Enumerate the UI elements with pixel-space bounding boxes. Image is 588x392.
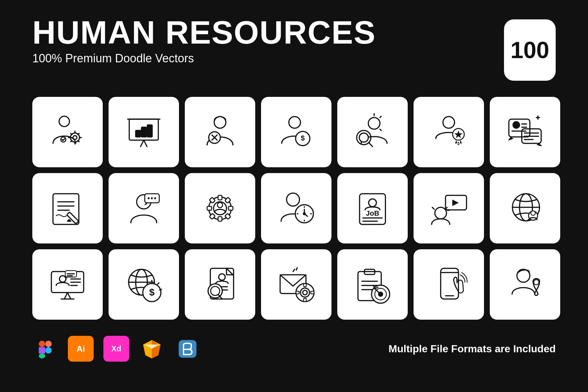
svg-point-48 <box>148 197 150 199</box>
icon-employee-rejected <box>185 97 255 167</box>
icon-email-settings <box>261 249 331 320</box>
adobe-ai-icon: Ai <box>68 336 94 362</box>
svg-rect-117 <box>304 284 306 287</box>
svg-point-61 <box>217 202 223 208</box>
svg-rect-45 <box>67 212 79 224</box>
svg-line-88 <box>64 293 68 299</box>
svg-point-70 <box>303 213 305 215</box>
header-text: HUMAN RESOURCES 100% Premium Doodle Vect… <box>32 16 376 65</box>
sketch-icon <box>139 336 165 362</box>
icon-employee-settings <box>32 97 103 167</box>
icon-global-employee <box>490 173 560 243</box>
svg-point-141 <box>45 347 52 354</box>
icon-profile-search <box>185 249 255 320</box>
svg-rect-139 <box>39 347 45 354</box>
svg-rect-140 <box>39 354 45 358</box>
icon-employee-salary: $ <box>261 97 331 167</box>
icon-employee-gear <box>185 173 255 243</box>
count-badge: 100 <box>504 19 556 81</box>
icon-top-employee: 1 <box>414 97 484 167</box>
svg-point-62 <box>287 193 299 206</box>
svg-point-91 <box>59 276 66 282</box>
icon-task-target <box>337 249 408 320</box>
svg-rect-30 <box>509 119 530 137</box>
svg-line-105 <box>160 289 162 290</box>
svg-point-25 <box>359 133 368 142</box>
svg-point-78 <box>435 207 446 219</box>
icon-mobile-touch <box>414 249 484 320</box>
svg-rect-137 <box>39 341 45 347</box>
svg-line-22 <box>380 129 381 130</box>
svg-point-49 <box>151 197 153 199</box>
svg-text:JoB: JoB <box>366 209 379 217</box>
icon-online-profile <box>32 249 103 320</box>
svg-rect-119 <box>296 291 299 294</box>
icons-row-3: $ <box>32 249 556 320</box>
svg-line-81 <box>432 207 434 209</box>
svg-line-7 <box>144 140 147 147</box>
icons-row-2: JoB <box>32 173 556 243</box>
icon-contract-sign <box>32 173 103 243</box>
icon-employee-talk <box>109 173 179 243</box>
svg-rect-54 <box>218 217 222 221</box>
svg-marker-77 <box>452 200 459 206</box>
svg-rect-55 <box>207 206 212 210</box>
svg-line-24 <box>369 142 373 147</box>
file-formats: Ai Xd <box>32 336 200 362</box>
svg-rect-53 <box>218 195 222 200</box>
icon-presentation-chart <box>109 97 179 167</box>
svg-line-21 <box>380 116 381 118</box>
footer-formats-text: Multiple File Formats are Included <box>389 343 556 355</box>
svg-point-0 <box>59 116 69 127</box>
icon-job-posting: JoB <box>337 173 408 243</box>
svg-rect-118 <box>304 298 306 302</box>
svg-point-107 <box>219 274 225 280</box>
fontbase-icon <box>174 336 200 362</box>
svg-rect-138 <box>45 341 52 347</box>
svg-line-121 <box>293 269 295 272</box>
header-section: HUMAN RESOURCES 100% Premium Doodle Vect… <box>32 16 556 81</box>
page-wrapper: HUMAN RESOURCES 100% Premium Doodle Vect… <box>0 0 588 392</box>
icons-grid: $ <box>32 97 556 320</box>
svg-point-2 <box>73 136 77 139</box>
page-title: HUMAN RESOURCES <box>32 16 376 48</box>
figma-icon <box>32 336 58 362</box>
footer-section: Ai Xd <box>32 336 556 362</box>
adobe-xd-icon: Xd <box>103 336 129 362</box>
svg-line-89 <box>68 293 71 299</box>
svg-point-72 <box>369 199 376 207</box>
svg-rect-120 <box>311 291 314 294</box>
svg-line-6 <box>141 140 144 147</box>
icon-employee-search <box>337 97 408 167</box>
icon-employee-time <box>261 173 331 243</box>
svg-point-19 <box>368 118 380 129</box>
svg-point-50 <box>154 197 156 199</box>
svg-point-16 <box>289 117 300 128</box>
svg-point-26 <box>443 117 455 128</box>
icon-resume-chat <box>490 97 560 167</box>
svg-point-86 <box>531 211 535 215</box>
icon-employee-location <box>490 249 560 320</box>
svg-point-136 <box>534 280 539 285</box>
svg-text:$: $ <box>149 287 155 297</box>
svg-point-31 <box>513 122 520 128</box>
icon-global-salary: $ <box>109 249 179 320</box>
svg-text:1: 1 <box>457 141 460 146</box>
icon-video-tutorial <box>414 173 484 243</box>
svg-line-104 <box>158 283 159 284</box>
icons-row-1: $ <box>32 97 556 167</box>
svg-rect-41 <box>53 194 79 224</box>
svg-rect-56 <box>228 206 233 210</box>
svg-line-122 <box>296 268 297 270</box>
svg-text:$: $ <box>301 134 305 142</box>
page-subtitle: 100% Premium Doodle Vectors <box>32 52 376 65</box>
svg-line-80 <box>448 210 450 211</box>
svg-point-111 <box>211 286 220 295</box>
